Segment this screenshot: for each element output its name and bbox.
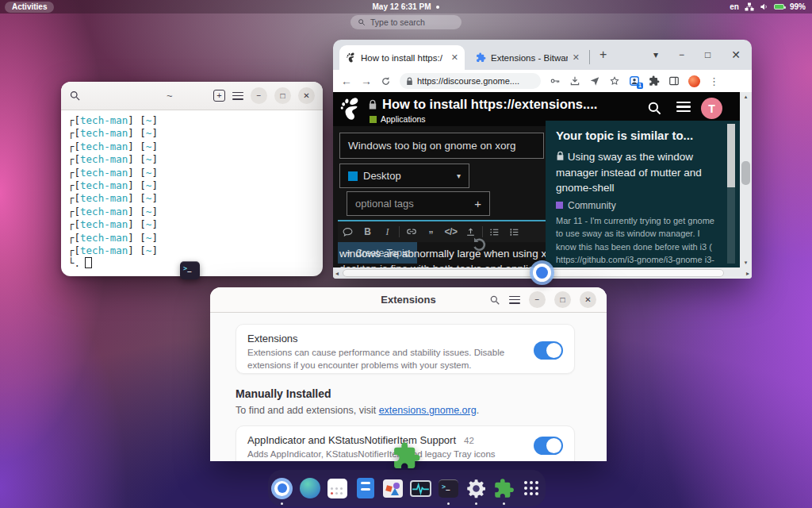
topic-category[interactable]: Applications	[370, 114, 426, 124]
system-monitor-icon	[410, 480, 431, 497]
send-icon[interactable]	[589, 75, 600, 87]
terminal-prompt-line: ┌[tech-man] [~]	[68, 140, 323, 153]
panel-scrollbar-thumb[interactable]	[727, 124, 735, 187]
download-icon[interactable]	[569, 75, 580, 87]
dock-item-settings[interactable]	[462, 470, 490, 506]
forward-button[interactable]: →	[361, 75, 372, 87]
category-value: Desktop	[363, 170, 401, 182]
clock-text: May 12 6:31 PM	[373, 2, 431, 11]
hyperlink-icon[interactable]	[401, 226, 421, 237]
close-button[interactable]: ✕	[298, 87, 315, 104]
tab-close-icon[interactable]: ✕	[451, 52, 458, 63]
extensions-enabled-toggle[interactable]	[534, 341, 563, 360]
file-cabinet-icon	[357, 478, 374, 498]
scroll-left-icon[interactable]: ◂	[335, 270, 339, 277]
search-icon[interactable]	[647, 101, 662, 116]
minimize-button[interactable]: −	[251, 87, 267, 104]
extension-badge: 1	[637, 83, 643, 89]
clock-menu[interactable]: May 12 6:31 PM	[0, 2, 812, 11]
maximize-button[interactable]: □	[705, 49, 710, 60]
shell-search-field[interactable]: Type to search	[350, 15, 462, 29]
profile-avatar[interactable]	[688, 75, 700, 87]
category-select[interactable]: Desktop ▾	[339, 164, 469, 188]
hint-period: .	[477, 405, 479, 416]
dock-item-chromium[interactable]	[268, 470, 296, 506]
bold-button[interactable]: B	[358, 226, 377, 237]
tab-search-chevron-icon[interactable]: ▾	[653, 49, 658, 60]
extensions-gnome-org-link[interactable]: extensions.gnome.org	[379, 405, 477, 416]
topic-page-title[interactable]: How to install https://extensions....	[368, 97, 597, 112]
terminal-prompt-line: ┌[tech-man] [~]	[68, 114, 323, 127]
password-key-icon[interactable]	[550, 75, 561, 87]
terminal-headerbar[interactable]: ~ + − □ ✕	[61, 82, 323, 110]
bookmark-star-icon[interactable]	[609, 75, 620, 87]
page-content: How to install https://extensions.... Ap…	[333, 92, 752, 267]
search-icon[interactable]	[69, 90, 81, 102]
maximize-button[interactable]: □	[554, 291, 571, 308]
new-tab-button[interactable]: +	[213, 90, 225, 102]
app-grid-icon	[524, 481, 539, 496]
composer-text-line1[interactable]: windows are abnormally large when using …	[339, 248, 562, 260]
dock-item-system-monitor[interactable]	[407, 470, 435, 506]
terminal-prompt-line: ┌[tech-man] [~]	[68, 218, 323, 231]
browser-menu-icon[interactable]: ⋮	[709, 75, 719, 87]
user-avatar[interactable]: T	[701, 98, 722, 119]
numbered-list-icon[interactable]	[504, 227, 524, 237]
similar-topic-link[interactable]: Using sway as the window manager instead…	[556, 149, 721, 196]
hamburger-menu-icon[interactable]	[676, 102, 691, 112]
extensions-hint: To find and add extensions, visit extens…	[236, 405, 479, 416]
extensions-puzzle-icon[interactable]	[649, 75, 660, 87]
menu-icon[interactable]	[232, 92, 243, 100]
panel-scrollbar[interactable]	[727, 124, 735, 264]
appindicator-toggle[interactable]	[534, 437, 563, 455]
side-panel-icon[interactable]	[668, 75, 680, 87]
code-icon[interactable]: </>	[441, 226, 461, 237]
back-button[interactable]: ←	[341, 75, 352, 87]
tab-how-to-install[interactable]: How to install https:/ ✕	[339, 45, 465, 70]
terminal-prompt-line: ┌[tech-man] [~]	[68, 206, 323, 218]
gnome-foot-logo[interactable]	[339, 97, 362, 121]
quote-reply-icon[interactable]	[338, 227, 358, 237]
dock-item-app-grid[interactable]	[518, 470, 546, 506]
tab-extensions-bitwarden[interactable]: Extensions - Bitwarde ✕	[469, 45, 586, 70]
dock-item-extensions[interactable]	[490, 470, 518, 506]
similar-topic-category[interactable]: Community	[556, 200, 721, 211]
category-label: Community	[568, 200, 616, 211]
scroll-down-icon[interactable]: ▾	[740, 260, 752, 266]
vertical-scrollbar[interactable]: ▴ ▾	[740, 92, 752, 267]
url-bar[interactable]: https://discourse.gnome....	[400, 73, 541, 89]
menu-icon[interactable]	[509, 296, 520, 304]
software-store-icon	[383, 479, 403, 498]
dock-item-console[interactable]: >_	[435, 470, 462, 506]
italic-button[interactable]: I	[377, 226, 397, 238]
minimize-button[interactable]: −	[679, 49, 684, 60]
maximize-button[interactable]: □	[274, 87, 291, 104]
toolbar-divider	[399, 226, 400, 237]
lock-icon[interactable]	[406, 77, 413, 86]
close-button[interactable]: ✕	[731, 48, 741, 61]
extensions-headerbar[interactable]: Extensions − □ ✕	[210, 287, 607, 313]
dock-item-software[interactable]	[379, 470, 407, 506]
close-button[interactable]: ✕	[580, 291, 596, 308]
extension-action-icon[interactable]: 1	[629, 75, 640, 87]
lock-icon	[368, 99, 377, 110]
dock-item-calendar[interactable]	[324, 470, 351, 506]
extensions-puzzle-icon	[493, 478, 515, 499]
scroll-up-icon[interactable]: ▴	[740, 94, 752, 100]
terminal-prompt-line: ┌[tech-man] [~]	[68, 153, 323, 166]
prompt-dot: .	[75, 257, 81, 269]
dock-item-files[interactable]	[351, 470, 379, 506]
search-icon[interactable]	[489, 294, 500, 306]
reload-button[interactable]	[381, 76, 391, 87]
vertical-scrollbar-thumb[interactable]	[741, 161, 750, 185]
new-tab-button[interactable]: +	[599, 48, 607, 61]
topic-title-input[interactable]: Windows too big on gnome on xorg	[339, 133, 544, 159]
terminal-output[interactable]: ┌[tech-man] [~] ┌[tech-man] [~] ┌[tech-m…	[61, 110, 323, 271]
tab-close-icon[interactable]: ✕	[573, 52, 580, 63]
add-tag-icon[interactable]: +	[474, 197, 481, 210]
dock-item-web[interactable]	[296, 470, 324, 506]
scroll-right-icon[interactable]: ▸	[746, 270, 749, 277]
tags-input[interactable]: optional tags +	[347, 191, 490, 216]
terminal-prompt-line: ┌[tech-man] [~]	[68, 192, 323, 205]
minimize-button[interactable]: −	[529, 291, 546, 308]
